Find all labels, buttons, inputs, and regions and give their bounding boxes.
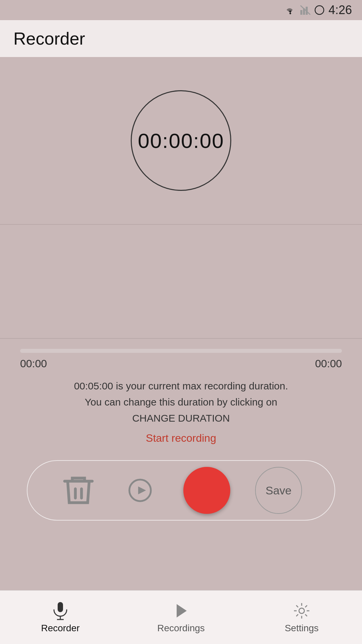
- start-recording-link[interactable]: Start recording: [20, 430, 342, 447]
- svg-marker-7: [138, 487, 146, 494]
- timer-section: 00:00:00: [0, 57, 362, 225]
- record-controls-wrapper: Save: [20, 460, 342, 521]
- duration-line1: 00:05:00 is your current max recording d…: [74, 380, 288, 391]
- nav-item-settings[interactable]: Settings: [241, 601, 362, 634]
- progress-bar-container[interactable]: 00:00 00:00: [20, 349, 342, 370]
- gear-icon: [292, 601, 311, 620]
- bottom-nav: Recorder Recordings: [0, 590, 362, 644]
- svg-point-5: [315, 6, 324, 14]
- svg-rect-1: [300, 10, 302, 15]
- svg-line-19: [305, 605, 307, 607]
- progress-bar-track[interactable]: [20, 349, 342, 353]
- app-bar: Recorder: [0, 20, 362, 57]
- svg-marker-11: [177, 604, 187, 618]
- record-controls-oval: Save: [27, 460, 335, 521]
- duration-line2: You can change this duration by clicking…: [85, 396, 277, 408]
- wifi-icon: [284, 5, 296, 15]
- nav-label-recorder: Recorder: [41, 623, 79, 634]
- svg-line-20: [296, 614, 298, 616]
- duration-line3: CHANGE DURATION: [132, 413, 230, 424]
- controls-section: 00:00 00:00 00:05:00 is your current max…: [0, 339, 362, 527]
- app-title: Recorder: [13, 29, 85, 49]
- nav-item-recordings[interactable]: Recordings: [121, 601, 241, 634]
- nav-item-recorder[interactable]: Recorder: [0, 601, 121, 634]
- svg-rect-8: [58, 602, 63, 612]
- timer-circle: 00:00:00: [131, 90, 231, 191]
- status-icons: 4:26: [284, 3, 352, 17]
- nav-label-settings: Settings: [285, 623, 318, 634]
- svg-point-12: [299, 608, 304, 613]
- play-button[interactable]: [122, 472, 159, 509]
- save-button[interactable]: Save: [255, 467, 302, 514]
- delete-button[interactable]: [60, 472, 97, 509]
- microphone-icon: [51, 601, 70, 620]
- svg-line-17: [296, 605, 298, 607]
- waveform-section: [0, 225, 362, 339]
- progress-times: 00:00 00:00: [20, 358, 342, 370]
- progress-end-time: 00:00: [315, 358, 342, 370]
- status-bar: 4:26: [0, 0, 362, 20]
- duration-info: 00:05:00 is your current max recording d…: [20, 378, 342, 447]
- play-icon: [128, 479, 152, 502]
- recordings-play-icon: [172, 601, 190, 620]
- sim-icon: [314, 5, 324, 15]
- nav-label-recordings: Recordings: [157, 623, 205, 634]
- status-time: 4:26: [328, 3, 352, 17]
- progress-start-time: 00:00: [20, 358, 47, 370]
- record-button[interactable]: [183, 467, 230, 514]
- signal-icon: [300, 5, 310, 15]
- svg-point-0: [289, 13, 291, 14]
- delete-icon: [60, 472, 97, 509]
- timer-display: 00:00:00: [138, 129, 224, 153]
- svg-line-18: [305, 614, 307, 616]
